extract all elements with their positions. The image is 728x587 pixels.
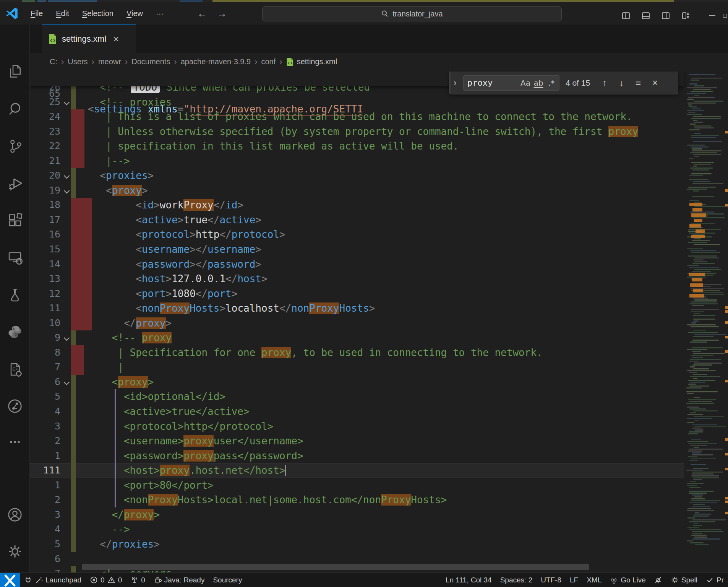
line-number[interactable]: 19 [30, 183, 60, 198]
line-number[interactable]: 17 [30, 213, 60, 228]
tab-settings-xml[interactable]: settings.xml × [42, 24, 136, 53]
editor-row[interactable]: 6 <proxy> [30, 375, 684, 390]
breadcrumb-file[interactable]: settings.xml [286, 57, 337, 67]
editor-row[interactable]: 2 <username>proxyuser</username> [30, 434, 684, 449]
whole-word-icon[interactable]: ab [532, 78, 545, 88]
find-input-box[interactable]: Aa ab .* [463, 75, 559, 91]
editor-row[interactable]: 10 </proxy> [30, 316, 684, 331]
editor-row[interactable]: 4 --> [30, 522, 684, 537]
editor-row[interactable]: 111 <host>proxy.host.net</host> [30, 463, 684, 478]
status-item-indentation[interactable]: Spaces: 2 [496, 573, 537, 587]
breadcrumb-item[interactable]: apache-maven-3.9.9 [181, 57, 251, 66]
line-number[interactable]: 2 [30, 434, 60, 449]
breadcrumb-item[interactable]: Users [68, 57, 88, 66]
search-icon[interactable] [7, 100, 23, 115]
menu-file[interactable]: File [25, 7, 48, 20]
editor-row[interactable]: 15 <username></username> [30, 242, 684, 257]
line-number[interactable]: 22 [30, 139, 60, 154]
line-number[interactable]: 3 [30, 419, 60, 434]
line-number[interactable]: 18 [30, 198, 60, 213]
line-number[interactable]: 15 [30, 242, 60, 257]
status-item-language-mode[interactable]: XML [582, 573, 606, 587]
editor-row[interactable]: 7 | [30, 360, 684, 375]
editor-row[interactable]: 5 <id>optional</id> [30, 389, 684, 404]
editor-row[interactable]: 16 <protocol>http</protocol> [30, 227, 684, 242]
status-item-sourcery[interactable]: Sourcery [209, 573, 246, 587]
line-number[interactable]: 4 [30, 404, 60, 419]
menu-selection[interactable]: Selection [77, 7, 119, 20]
line-number[interactable]: 1 [30, 478, 60, 493]
line-number[interactable]: 16 [30, 227, 60, 242]
editor-row[interactable]: 3 </proxy> [30, 507, 684, 522]
toggle-secondary-sidebar-icon[interactable] [656, 5, 676, 27]
editor-row[interactable]: 17 <active>true</active> [30, 213, 684, 228]
settings-gear-icon[interactable] [7, 544, 23, 559]
editor-row[interactable]: 21 |--> [30, 154, 684, 169]
line-number[interactable]: 111 [30, 463, 60, 478]
status-item-prettier[interactable]: Pr [702, 573, 728, 587]
line-number[interactable]: 4 [30, 522, 60, 537]
find-in-selection-icon[interactable]: ≡ [630, 77, 647, 88]
editor-row[interactable]: 1 <password>proxypass</password> [30, 449, 684, 463]
breadcrumb-item[interactable]: Documents [131, 57, 170, 66]
line-number[interactable]: 8 [30, 345, 60, 360]
editor-row[interactable]: 2 <nonProxyHosts>local.net|some.host.com… [30, 493, 684, 507]
horizontal-scrollbar[interactable] [82, 564, 589, 570]
code-editor[interactable]: 26 <!-- TODO Since when can proxies be s… [30, 71, 728, 572]
forward-button[interactable]: → [217, 8, 227, 20]
editor-row[interactable]: 8 | Specification for one proxy, to be u… [30, 345, 684, 360]
line-number[interactable]: 12 [30, 286, 60, 301]
editor-row[interactable]: 9 <!-- proxy [30, 330, 684, 345]
remote-indicator[interactable] [0, 573, 20, 587]
more-views-icon[interactable] [7, 434, 23, 450]
line-number[interactable]: 3 [30, 507, 60, 522]
status-item-cursor-position[interactable]: Ln 111, Col 34 [441, 573, 496, 587]
editor-row[interactable]: 4 <active>true</active> [30, 404, 684, 419]
close-find-icon[interactable]: × [647, 77, 663, 88]
editor-row[interactable]: 14 <password></password> [30, 257, 684, 272]
line-number[interactable]: 20 [30, 168, 60, 183]
line-number[interactable]: 7 [30, 566, 60, 572]
editor-row[interactable]: 20 <proxies> [30, 168, 684, 183]
project-graph-icon[interactable] [7, 398, 23, 414]
editor-row[interactable]: 18 <id>workProxy</id> [30, 198, 684, 213]
line-number[interactable]: 5 [30, 389, 60, 404]
minimap[interactable] [684, 71, 728, 572]
menu-[interactable]: ··· [151, 7, 169, 20]
editor-row[interactable]: 12 <port>1080</port> [30, 286, 684, 301]
line-number[interactable]: 9 [30, 330, 60, 345]
line-number[interactable]: 14 [30, 257, 60, 272]
line-number[interactable]: 7 [30, 360, 60, 375]
account-icon[interactable] [7, 507, 23, 522]
status-item-notifications-muted[interactable] [650, 573, 666, 587]
editor-row[interactable]: 5 </proxies> [30, 537, 684, 552]
toggle-replace-icon[interactable]: › [449, 72, 459, 94]
python-icon[interactable] [7, 324, 23, 340]
regex-icon[interactable]: .* [545, 78, 558, 88]
status-item-go-live[interactable]: Go Live [606, 573, 650, 587]
menu-view[interactable]: View [121, 7, 148, 20]
minimize-icon[interactable] [702, 5, 722, 27]
editor-row[interactable]: 1 <port>80</port> [30, 478, 684, 493]
status-item-encoding[interactable]: UTF-8 [537, 573, 566, 587]
next-match-icon[interactable]: ↓ [613, 77, 630, 88]
status-item-ports[interactable]: 0 [126, 573, 149, 587]
editor-row[interactable]: 23 | Unless otherwise specified (by syst… [30, 124, 684, 139]
line-number[interactable]: 6 [30, 552, 60, 567]
explorer-icon[interactable] [7, 63, 23, 78]
editor-row[interactable]: 19 <proxy> [30, 183, 684, 198]
close-tab-icon[interactable]: × [113, 33, 119, 45]
customize-layout-icon[interactable] [676, 5, 696, 27]
line-number[interactable]: 6 [30, 375, 60, 390]
line-number[interactable]: 11 [30, 301, 60, 316]
toggle-sidebar-icon[interactable] [616, 5, 636, 27]
editor-row[interactable]: 11 <nonProxyHosts>localhost</nonProxyHos… [30, 301, 684, 316]
line-number[interactable]: 2 [30, 493, 60, 507]
status-item-launchpad[interactable]: Launchpad [20, 573, 86, 587]
line-number[interactable]: 5 [30, 537, 60, 552]
line-number[interactable]: 21 [30, 154, 60, 169]
run-debug-icon[interactable] [7, 175, 23, 190]
status-item-problems[interactable]: 00 [86, 573, 126, 587]
back-button[interactable]: ← [197, 8, 207, 20]
extensions-icon[interactable] [7, 212, 23, 227]
